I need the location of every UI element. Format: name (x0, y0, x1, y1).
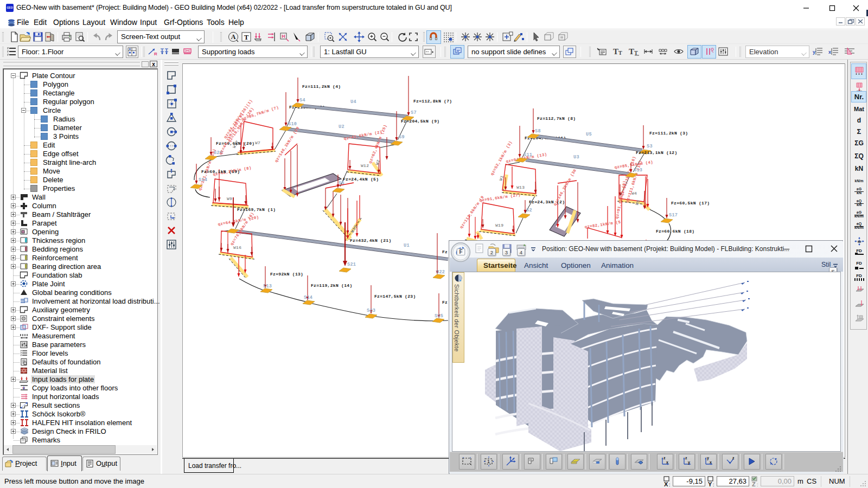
svg-text:R: R (154, 52, 157, 56)
svg-text::: : (713, 482, 714, 487)
svg-text:z: z (685, 456, 687, 460)
svg-text:X: X (664, 481, 668, 487)
svg-text:Fz=111,2kN (4): Fz=111,2kN (4) (302, 84, 341, 89)
svg-text:S14: S14 (304, 295, 312, 300)
svg-text:y: y (813, 49, 815, 55)
svg-text:x: x (710, 460, 712, 464)
svg-text:m: m (858, 240, 861, 243)
svg-text:y: y (707, 456, 709, 460)
svg-text:S8: S8 (535, 129, 541, 134)
svg-text:z: z (732, 456, 735, 460)
svg-text:x: x (666, 460, 668, 464)
svg-text:T: T (634, 50, 638, 56)
svg-text:W9: W9 (227, 196, 232, 201)
svg-text:y: y (688, 460, 690, 465)
svg-text:T: T (244, 33, 249, 41)
svg-text:S10: S10 (288, 121, 297, 127)
svg-text:S7: S7 (411, 110, 417, 115)
svg-text:W5: W5 (634, 199, 641, 206)
svg-text:H: H (282, 34, 285, 39)
svg-text:Fz=111,2kN (3): Fz=111,2kN (3) (649, 131, 688, 136)
svg-text:Fz=119,2kN (14): Fz=119,2kN (14) (311, 283, 353, 288)
svg-text:U1: U1 (404, 243, 410, 248)
svg-text:T: T (618, 50, 622, 56)
svg-text:Fz=432,4kN (21): Fz=432,4kN (21) (350, 238, 392, 243)
svg-text:z: z (663, 456, 666, 460)
svg-text:W12: W12 (361, 163, 369, 168)
svg-text:T: T (613, 47, 618, 56)
svg-text:W7: W7 (255, 140, 260, 145)
svg-text:S15: S15 (435, 313, 443, 319)
svg-text:Fz: Fz (442, 300, 448, 305)
svg-text:Fz=112,8kN (7): Fz=112,8kN (7) (413, 99, 452, 104)
svg-text:W19: W19 (495, 223, 503, 228)
svg-text:Fz=112,7kN (8): Fz=112,7kN (8) (537, 116, 576, 121)
svg-text:S11: S11 (524, 152, 532, 158)
svg-text:Fz: Fz (442, 249, 448, 254)
svg-text:Fz=60,5kN (17): Fz=60,5kN (17) (671, 201, 710, 206)
svg-text:U2: U2 (339, 124, 344, 130)
svg-text:Fz=60,1kN (19): Fz=60,1kN (19) (201, 169, 240, 174)
svg-text:qz=82,1kN/m (5: qz=82,1kN/m (5 (584, 220, 621, 229)
svg-text:W16: W16 (233, 245, 241, 250)
svg-text:Fz=169,7kN (1): Fz=169,7kN (1) (237, 207, 276, 212)
svg-text:T: T (629, 47, 634, 56)
svg-text:S14: S14 (199, 177, 207, 183)
svg-text:qz=64,4kN/m (20): qz=64,4kN/m (20) (218, 215, 259, 227)
svg-text:S9: S9 (399, 134, 405, 140)
svg-text:qz=113,6kN/m (9: qz=113,6kN/m (9 (459, 195, 485, 229)
svg-text:S13: S13 (263, 284, 272, 289)
svg-text:Fz=60,6kN (18): Fz=60,6kN (18) (656, 229, 694, 234)
svg-text:Z: Z (752, 481, 756, 487)
svg-text:S22: S22 (436, 269, 445, 275)
svg-text:Fz=147,5kN (23): Fz=147,5kN (23) (374, 294, 416, 299)
svg-text:qz=91,6kN/m (27): qz=91,6kN/m (27) (479, 192, 521, 203)
svg-text:S21: S21 (347, 262, 356, 267)
svg-text:Fz=60,6kN (20): Fz=60,6kN (20) (216, 141, 254, 146)
svg-text:Y: Y (708, 481, 712, 487)
svg-text:Fz=24,3kN (2): Fz=24,3kN (2) (529, 200, 565, 204)
svg-text:U5: U5 (586, 132, 592, 137)
svg-text:Fz=204,5kN (9): Fz=204,5kN (9) (401, 119, 439, 124)
svg-text:S3: S3 (647, 144, 653, 149)
svg-text:Fz=24,4kN (5): Fz=24,4kN (5) (343, 177, 379, 182)
svg-text::: : (757, 482, 758, 487)
svg-text:A: A (231, 33, 236, 41)
svg-text:x: x (828, 49, 831, 55)
svg-text:S17: S17 (669, 213, 678, 218)
svg-text:U3: U3 (573, 155, 579, 160)
svg-text::: : (669, 482, 671, 487)
svg-text:1: 1 (487, 459, 490, 464)
svg-text:Fz=92kN (13): Fz=92kN (13) (270, 272, 303, 277)
svg-text:W13: W13 (516, 185, 525, 190)
svg-text:S4: S4 (299, 98, 305, 103)
svg-text:U4: U4 (350, 99, 356, 105)
svg-text:S13: S13 (634, 168, 642, 173)
svg-text:qz=62,4kN/m (25): qz=62,4kN/m (25) (368, 124, 387, 164)
svg-text:F: F (459, 249, 462, 255)
svg-text:S2: S2 (526, 208, 532, 213)
svg-text:S23: S23 (367, 308, 375, 313)
svg-text:Fz=213,1kN (12): Fz=213,1kN (12) (636, 150, 678, 155)
